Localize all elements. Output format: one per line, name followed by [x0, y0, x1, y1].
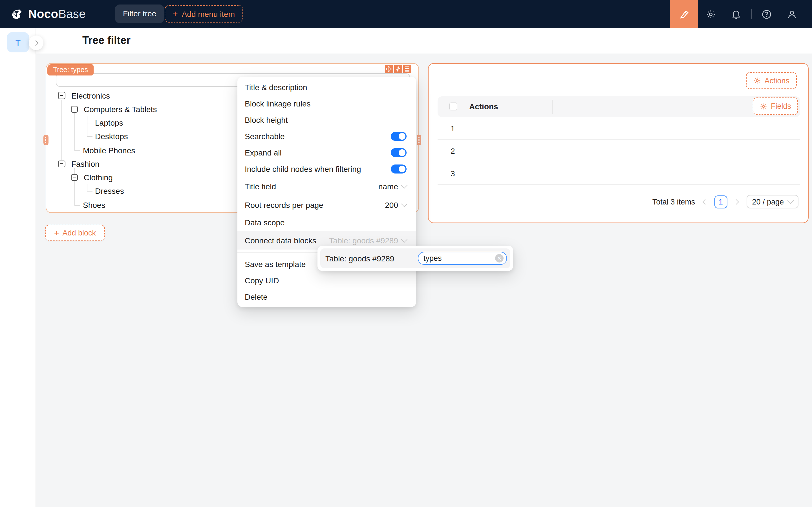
plus-icon: + [54, 228, 59, 237]
chevron-down-icon [401, 201, 408, 207]
menu-item-delete[interactable]: Delete [238, 288, 416, 305]
chevron-down-icon [788, 198, 794, 204]
page-number-button[interactable]: 1 [714, 195, 727, 208]
chevron-right-icon [733, 199, 739, 205]
page-title: Tree filter [82, 34, 131, 47]
include-child-nodes-toggle[interactable] [391, 164, 407, 173]
drag-move-icon [386, 66, 392, 72]
chevron-right-icon [33, 40, 38, 46]
block-designer-toolbar [385, 65, 411, 73]
designer-pen-icon [678, 8, 690, 20]
menu-item-searchable[interactable]: Searchable [238, 128, 416, 144]
tree-node[interactable]: Shoes [83, 198, 105, 212]
page-size-select[interactable]: 20 / page [746, 195, 799, 209]
filter-field-select[interactable]: types ✕ [418, 252, 507, 265]
menu-item-root-records-per-page[interactable]: Root records per page 200 [238, 195, 416, 214]
table-row[interactable]: 2 [438, 139, 800, 162]
menu-item-include-child-nodes[interactable]: Include child nodes when filtering [238, 161, 416, 177]
block-type-badge: Tree: types [47, 64, 94, 75]
add-block-button[interactable]: + Add block [45, 225, 105, 240]
menu-item-copy-uid[interactable]: Copy UID [238, 272, 416, 288]
block-settings-menu: Title & description Block linkage rules … [238, 76, 416, 307]
gear-icon [753, 76, 761, 84]
tree-node[interactable]: Fashion [71, 157, 100, 171]
tree-guide-line [87, 116, 87, 136]
linkage-rules-button[interactable] [394, 65, 402, 73]
nocobase-logo-icon [9, 6, 24, 21]
block-resize-handle-left[interactable] [43, 135, 48, 145]
tree-elbow-connector [74, 205, 80, 205]
drag-block-handle[interactable] [385, 65, 393, 73]
brand-text: NocoBase [28, 7, 86, 20]
top-navbar: NocoBase Filter tree + Add menu item [0, 0, 812, 28]
nocobase-logo[interactable]: NocoBase [9, 6, 86, 21]
table-fields-config-button[interactable]: Fields [753, 98, 798, 115]
header-actions [670, 0, 812, 28]
tree-guide-line [74, 113, 75, 151]
help-button[interactable] [754, 0, 779, 28]
collapse-switcher-icon[interactable] [58, 160, 65, 167]
connected-table-block: Actions Actions Fields 1 2 3 Total 3 ite… [428, 63, 809, 223]
select-all-checkbox[interactable] [449, 103, 457, 110]
clear-selection-icon[interactable]: ✕ [495, 254, 504, 263]
menu-item-block-linkage-rules[interactable]: Block linkage rules [238, 95, 416, 112]
tree-elbow-connector [74, 150, 80, 151]
pagination-total: Total 3 items [652, 198, 695, 206]
block-resize-handle-right[interactable] [416, 135, 421, 145]
tree-node[interactable]: Desktops [95, 130, 128, 144]
add-menu-item-button[interactable]: + Add menu item [165, 5, 243, 22]
table-row[interactable]: 3 [438, 162, 800, 184]
chevron-left-icon [702, 199, 708, 205]
searchable-toggle[interactable] [391, 131, 407, 140]
tree-guide-line [74, 168, 75, 205]
chevron-down-icon [401, 182, 408, 188]
settings-menu-icon [405, 66, 409, 71]
connect-data-blocks-popup: Table: goods #9289 types ✕ [317, 245, 513, 271]
menu-item-block-height[interactable]: Block height [238, 112, 416, 128]
workspace-avatar[interactable]: T [7, 32, 29, 52]
gear-icon [760, 102, 767, 110]
left-sidebar: T [0, 28, 36, 507]
tree-elbow-connector [87, 191, 93, 192]
settings-button[interactable] [698, 0, 723, 28]
table-actions-config-button[interactable]: Actions [746, 72, 797, 89]
page-header: Tree filter [36, 28, 812, 54]
notifications-button[interactable] [723, 0, 749, 28]
expand-all-toggle[interactable] [391, 148, 407, 157]
column-divider [552, 100, 553, 114]
app-root: NocoBase Filter tree + Add menu item [0, 0, 812, 507]
tree-elbow-connector [87, 136, 93, 137]
table-row[interactable]: 1 [438, 117, 800, 139]
sidebar-expand-button[interactable] [29, 36, 43, 50]
column-header-actions[interactable]: Actions [469, 96, 498, 117]
bell-icon [731, 9, 742, 19]
menu-item-title-field[interactable]: Title field name [238, 177, 416, 195]
tree-node[interactable]: Electronics [71, 89, 110, 102]
menu-item-data-scope[interactable]: Data scope [238, 214, 416, 231]
collapse-switcher-icon[interactable] [71, 174, 78, 181]
header-divider [751, 9, 752, 19]
ui-editor-button[interactable] [670, 0, 698, 28]
menu-item-expand-all[interactable]: Expand all [238, 144, 416, 161]
linkage-bolt-icon [395, 66, 401, 72]
help-icon [761, 9, 772, 19]
block-settings-button[interactable] [403, 65, 411, 73]
collapse-switcher-icon[interactable] [58, 92, 65, 99]
tree-node[interactable]: Clothing [84, 171, 113, 184]
nav-tab-filter-tree[interactable]: Filter tree [115, 4, 164, 23]
tree-node[interactable]: Mobile Phones [83, 144, 135, 157]
tree-node[interactable]: Laptops [95, 116, 123, 129]
connect-target-option[interactable]: Table: goods #9289 types ✕ [320, 248, 510, 268]
collapse-switcher-icon[interactable] [71, 106, 78, 113]
tree-node[interactable]: Computers & Tablets [84, 103, 157, 116]
user-menu-button[interactable] [779, 0, 805, 28]
tree-node[interactable]: Dresses [95, 184, 124, 198]
chevron-down-icon [401, 236, 408, 242]
tree-guide-line [87, 184, 87, 191]
next-page-button[interactable] [732, 195, 741, 209]
plus-icon: + [172, 9, 178, 18]
prev-page-button[interactable] [700, 195, 709, 209]
user-icon [786, 9, 797, 19]
pagination: Total 3 items 1 20 / page [652, 195, 799, 209]
menu-item-title-description[interactable]: Title & description [238, 79, 416, 95]
